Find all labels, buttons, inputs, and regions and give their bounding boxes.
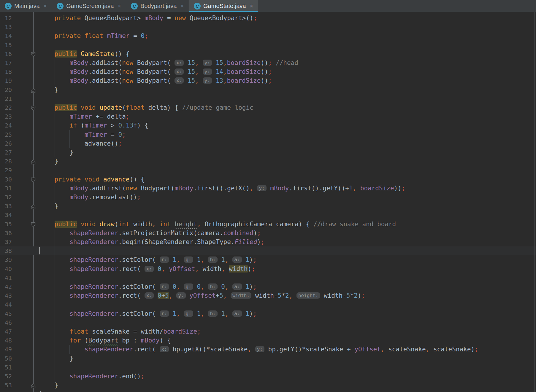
line-number: 18: [0, 67, 12, 76]
code-line[interactable]: 18 mBody.addLast(new Bodypart( x: 15, y:…: [0, 67, 536, 76]
token-def: delta) {: [145, 104, 182, 111]
code-line[interactable]: 44: [0, 300, 536, 309]
token-mth: GameState: [81, 50, 115, 58]
code-line[interactable]: 30 private void advance() {: [0, 175, 536, 184]
code-line[interactable]: 26 advance();: [0, 139, 536, 148]
tab-gamescreen-java[interactable]: CGameScreen.java×: [52, 0, 126, 12]
code-text: mBody.addLast(new Bodypart( x: 15, y: 14…: [39, 67, 272, 76]
tab-gamestate-java[interactable]: CGameState.java×: [189, 0, 258, 12]
tab-close-icon[interactable]: ×: [180, 3, 184, 9]
token-fld: mTimer: [107, 32, 130, 39]
token-num: 2: [354, 292, 358, 299]
code-line[interactable]: 49 shapeRenderer.rect( x: bp.getX()*scal…: [0, 345, 536, 354]
code-line[interactable]: 42 shapeRenderer.setColor( r: 0, g: 0, b…: [0, 282, 536, 291]
code-line[interactable]: 39 shapeRenderer.setColor( r: 1, g: 1, b…: [0, 255, 536, 264]
token-def: [154, 292, 158, 299]
code-line[interactable]: 34: [0, 211, 536, 219]
code-line[interactable]: 25 mTimer = 0;: [0, 130, 536, 139]
code-line[interactable]: 28 }: [0, 157, 536, 166]
tab-bodypart-java[interactable]: CBodypart.java×: [126, 0, 189, 12]
token-kw: private: [55, 176, 81, 183]
code-line[interactable]: 27 }: [0, 148, 536, 157]
code-line[interactable]: 14 private float mTimer = 0;: [0, 31, 536, 40]
code-line[interactable]: 36 shapeRenderer.setProjectionMatrix(cam…: [0, 229, 536, 238]
token-fld: mBody: [69, 59, 88, 66]
code-line[interactable]: 21: [0, 94, 536, 103]
tab-close-icon[interactable]: ×: [44, 3, 47, 9]
token-num: 5: [278, 292, 282, 299]
token-def: [267, 185, 270, 192]
fold-end-icon[interactable]: [31, 383, 36, 388]
code-line[interactable]: 17 mBody.addLast(new Bodypart( x: 15, y:…: [0, 58, 536, 67]
java-class-icon: C: [57, 3, 64, 9]
code-line[interactable]: 41: [0, 273, 536, 282]
fold-collapse-icon[interactable]: [31, 51, 36, 57]
token-def: .removeLast(): [88, 194, 137, 201]
code-line[interactable]: 51: [0, 363, 536, 372]
line-number: 46: [0, 318, 12, 327]
code-line[interactable]: 29: [0, 166, 536, 175]
fold-end-icon[interactable]: [31, 159, 36, 164]
code-line[interactable]: 20 }: [0, 85, 536, 94]
code-line[interactable]: 23 mTimer += delta;: [0, 112, 536, 121]
tab-main-java[interactable]: CMain.java×: [0, 0, 52, 12]
code-line[interactable]: 12 private Queue<Bodypart> mBody = new Q…: [0, 14, 536, 23]
fold-collapse-icon[interactable]: [31, 177, 36, 182]
token-def: ): [358, 292, 361, 299]
code-line[interactable]: 50 }: [0, 354, 536, 363]
code-line[interactable]: 45 shapeRenderer.setColor( r: 1, g: 1, b…: [0, 309, 536, 318]
code-line[interactable]: 43 shapeRenderer.rect( x: 0+5, y: yOffse…: [0, 291, 536, 300]
token-comma: ,: [161, 265, 165, 273]
fold-end-icon[interactable]: [31, 203, 36, 209]
indent-guide: [69, 130, 70, 148]
code-text: }: [39, 148, 73, 157]
line-number: 29: [0, 166, 12, 175]
token-kw: new: [126, 185, 137, 192]
token-num: 1: [221, 310, 225, 317]
code-line[interactable]: 24 if (mTimer > 0.13f) {: [0, 121, 536, 130]
token-def: [39, 15, 55, 22]
line-number: 42: [0, 282, 12, 291]
token-def: >: [107, 122, 118, 129]
token-def: [293, 292, 296, 299]
code-line[interactable]: 32 mBody.removeLast();: [0, 193, 536, 202]
fold-collapse-icon[interactable]: [31, 105, 36, 110]
code-line[interactable]: 47 float scaleSnake = width/boardSize;: [0, 327, 536, 336]
fold-collapse-icon[interactable]: [31, 222, 36, 227]
parameter-name-hint: b:: [208, 310, 217, 317]
tab-close-icon[interactable]: ×: [250, 3, 253, 9]
token-def: scaleSnake: [385, 346, 426, 353]
token-def: [169, 256, 173, 263]
code-line[interactable]: 35 public void draw(int width, int heigh…: [0, 220, 536, 229]
code-line[interactable]: 33 }: [0, 202, 536, 211]
code-line[interactable]: 31 mBody.addFirst(new Bodypart(mBody.fir…: [0, 184, 536, 193]
token-fld: boardSize: [227, 68, 261, 75]
token-def: *: [350, 292, 354, 299]
token-def: [204, 310, 208, 317]
editor-tab-bar: CMain.java×CGameScreen.java×CBodypart.ja…: [0, 0, 536, 12]
code-line[interactable]: 40 shapeRenderer.rect( x: 0, yOffset, wi…: [0, 264, 536, 273]
code-line[interactable]: 37 shapeRenderer.begin(ShapeRenderer.Sha…: [0, 238, 536, 246]
code-line[interactable]: 16 public GameState() {: [0, 50, 536, 58]
token-def: [81, 176, 85, 183]
tab-close-icon[interactable]: ×: [118, 3, 121, 9]
code-line[interactable]: 52 shapeRenderer.end();: [0, 372, 536, 381]
code-editor[interactable]: 1112 private Queue<Bodypart> mBody = new…: [0, 12, 536, 392]
code-line[interactable]: 19 mBody.addLast(new Bodypart( x: 15, y:…: [0, 76, 536, 85]
token-def: [39, 176, 55, 183]
token-semi: ;: [361, 292, 365, 299]
line-number: 52: [0, 372, 12, 381]
code-line[interactable]: 22 public void update(float delta) { //u…: [0, 103, 536, 112]
line-number: 41: [0, 273, 12, 282]
fold-end-icon[interactable]: [31, 87, 36, 93]
code-line[interactable]: 15: [0, 41, 536, 50]
token-fld: mBody: [69, 77, 88, 84]
code-line[interactable]: 54}: [0, 390, 536, 392]
code-line[interactable]: 46: [0, 318, 536, 327]
code-line[interactable]: 53 }: [0, 381, 536, 390]
code-text: float scaleSnake = width/boardSize;: [39, 327, 201, 336]
code-line[interactable]: 38: [0, 246, 536, 255]
token-semi: ;: [126, 113, 130, 120]
code-line[interactable]: 48 for (Bodypart bp : mBody) {: [0, 336, 536, 345]
code-line[interactable]: 13: [0, 23, 536, 31]
